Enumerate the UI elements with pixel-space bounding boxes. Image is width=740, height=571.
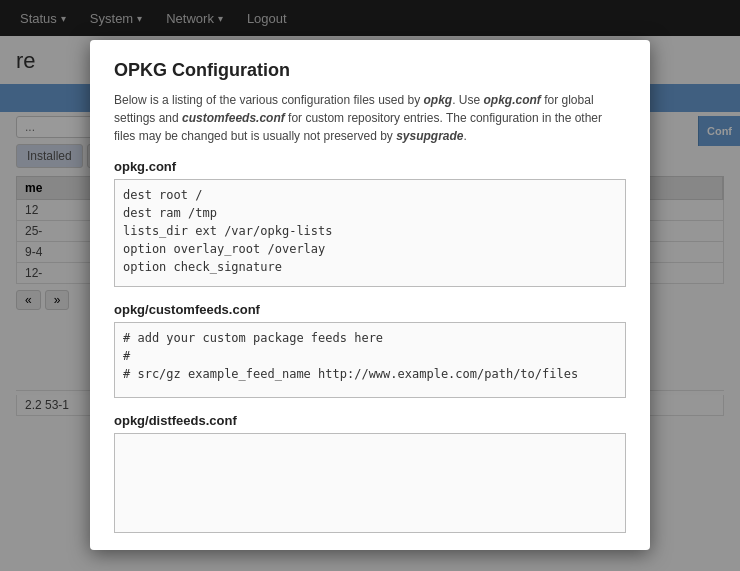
modal-dialog: OPKG Configuration Below is a listing of… [90,40,650,550]
section-distfeeds-label: opkg/distfeeds.conf [114,413,626,428]
opkg-conf-textarea[interactable]: dest root / dest ram /tmp lists_dir ext … [114,179,626,287]
distfeeds-textarea[interactable] [114,433,626,533]
section-opkg-conf-label: opkg.conf [114,159,626,174]
modal-title: OPKG Configuration [114,60,626,81]
customfeeds-textarea[interactable]: # add your custom package feeds here # #… [114,322,626,398]
modal-overlay: OPKG Configuration Below is a listing of… [0,0,740,571]
modal-description: Below is a listing of the various config… [114,91,626,145]
section-customfeeds-label: opkg/customfeeds.conf [114,302,626,317]
